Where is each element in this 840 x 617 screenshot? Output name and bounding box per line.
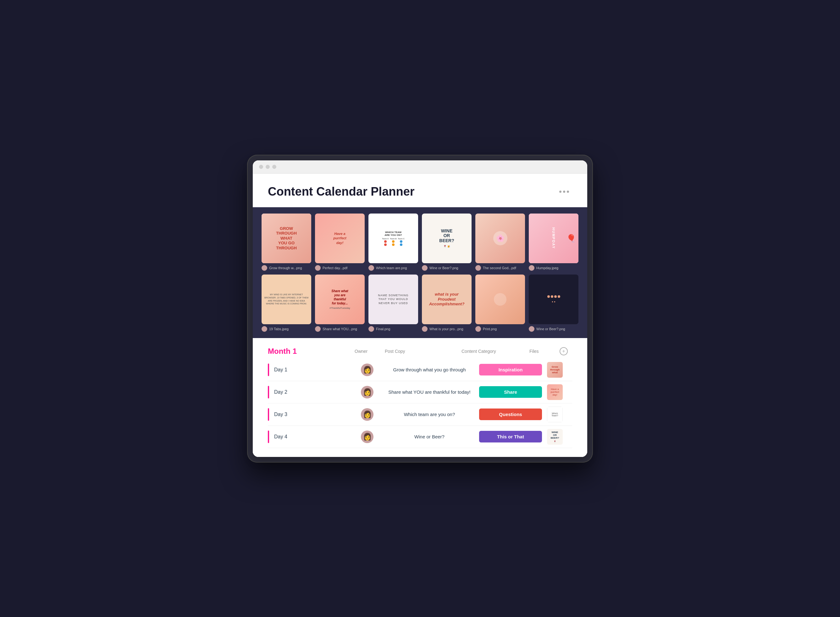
more-dot-3 — [567, 190, 569, 193]
day1-files-thumb[interactable]: Growthroughwhat — [547, 362, 563, 378]
gallery-label-7: 19 Tabs.jpeg — [262, 326, 311, 332]
add-column-button[interactable]: + — [560, 347, 568, 355]
gallery-label-1: Grow through w...png — [262, 265, 311, 271]
traffic-light-close[interactable] — [259, 165, 263, 169]
gallery-avatar-11 — [475, 326, 481, 332]
day4-cell: Day 4 — [268, 431, 349, 443]
gallery-item-7[interactable]: MY MIND IS LIKE MY INTERNET BROWSER. 19 … — [262, 275, 311, 332]
gallery-avatar-7 — [262, 326, 267, 332]
gallery-item-2[interactable]: Have apurrfectday! Perfect day...pdf — [315, 214, 365, 271]
table-row-day4: Day 4 👩 Wine or Beer? This or That WINEo… — [268, 426, 572, 448]
browser-content: Content Calendar Planner Growthroughwhat… — [253, 174, 587, 457]
day3-cell: Day 3 — [268, 408, 349, 421]
gallery-avatar-6 — [529, 265, 535, 271]
gallery-item-4[interactable]: WINEorBEER? 🍷🍺 Wine or Beer?.png — [422, 214, 472, 271]
gallery-thumb-4: WINEorBEER? 🍷🍺 — [422, 214, 472, 263]
gallery-filename-5: The second God...pdf — [483, 266, 516, 270]
table-header-row: Month 1 Owner Post Copy Content Category… — [268, 347, 572, 359]
day3-owner: 👩 — [355, 408, 380, 421]
gallery-filename-10: What is your pro...png — [429, 327, 463, 331]
gallery-filename-4: Wine or Beer?.png — [429, 266, 458, 270]
col-content-category: Content Category — [461, 349, 525, 354]
day2-files-thumb[interactable]: Have apurrfectday! — [547, 384, 563, 400]
gallery-label-4: Wine or Beer?.png — [422, 265, 472, 271]
gallery-filename-11: Print.png — [483, 327, 497, 331]
gallery-item-9[interactable]: NAME SOMETHINGTHAT YOU WOULDNEVER BUY US… — [368, 275, 418, 332]
gallery-thumb-7: MY MIND IS LIKE MY INTERNET BROWSER. 19 … — [262, 275, 311, 324]
col-post-copy: Post Copy — [385, 349, 457, 354]
gallery-thumb-9: NAME SOMETHINGTHAT YOU WOULDNEVER BUY US… — [368, 275, 418, 324]
day2-post-copy: Share what YOU are thankful for today! — [385, 389, 474, 395]
more-dot-2 — [563, 190, 565, 193]
gallery-item-6[interactable]: HUMPDAY 🎈 Humpday.jpeg — [529, 214, 578, 271]
gallery-thumb-10: what is yourProudestAccomplishment? — [422, 275, 472, 324]
device-frame: Content Calendar Planner Growthroughwhat… — [247, 155, 593, 463]
more-dot-1 — [559, 190, 561, 193]
table-row-day3: Day 3 👩 Which team are you on? Questions… — [268, 403, 572, 426]
gallery-label-5: The second God...pdf — [475, 265, 525, 271]
day4-avatar: 👩 — [361, 431, 373, 443]
gallery-filename-7: 19 Tabs.jpeg — [269, 327, 289, 331]
gallery-filename-12: Wine or Beer?.png — [536, 327, 565, 331]
gallery-avatar-5 — [475, 265, 481, 271]
col-owner: Owner — [355, 349, 380, 354]
gallery-thumb-3: WHICH TEAMARE YOU ON? Team A Team B — [368, 214, 418, 263]
day3-avatar: 👩 — [361, 408, 373, 421]
gallery-item-3[interactable]: WHICH TEAMARE YOU ON? Team A Team B — [368, 214, 418, 271]
gallery-item-5[interactable]: 🌸 The second God...pdf — [475, 214, 525, 271]
gallery-thumb-5: 🌸 — [475, 214, 525, 263]
day4-category-badge[interactable]: This or That — [479, 431, 542, 443]
titlebar — [253, 160, 587, 174]
day2-label: Day 2 — [274, 389, 287, 395]
col-files: Files — [529, 349, 554, 354]
day2-cell: Day 2 — [268, 386, 349, 399]
gallery-section: Growthroughwhatyou gothrough Grow throug… — [253, 207, 587, 338]
gallery-item-8[interactable]: Share whatyou arethankfulfor today... #T… — [315, 275, 365, 332]
gallery-label-3: Which team are.png — [368, 265, 418, 271]
gallery-avatar-12 — [529, 326, 535, 332]
table-section: Month 1 Owner Post Copy Content Category… — [253, 338, 587, 457]
day3-bar — [268, 408, 269, 421]
day4-files-thumb[interactable]: WINEorBEER? 🍷 — [547, 429, 563, 445]
day2-category-badge[interactable]: Share — [479, 386, 542, 398]
gallery-avatar-9 — [368, 326, 374, 332]
gallery-thumb-8: Share whatyou arethankfulfor today... #T… — [315, 275, 365, 324]
gallery-item-12[interactable]: ● ● Wine or Beer?.png — [529, 275, 578, 332]
more-menu-button[interactable] — [556, 189, 572, 195]
gallery-thumb-1: Growthroughwhatyou gothrough — [262, 214, 311, 263]
day2-owner: 👩 — [355, 386, 380, 399]
day3-files-thumb[interactable]: WhichTeam? — [547, 407, 563, 422]
gallery-filename-8: Share what YOU...png — [323, 327, 357, 331]
table-row-day1: Day 1 👩 Grow through what you go through… — [268, 359, 572, 381]
day1-cell: Day 1 — [268, 363, 349, 376]
day4-label: Day 4 — [274, 434, 287, 440]
day1-avatar: 👩 — [361, 363, 373, 376]
traffic-light-minimize[interactable] — [266, 165, 270, 169]
gallery-item-11[interactable]: Print.png — [475, 275, 525, 332]
gallery-label-6: Humpday.jpeg — [529, 265, 578, 271]
gallery-label-11: Print.png — [475, 326, 525, 332]
day4-owner: 👩 — [355, 431, 380, 443]
gallery-label-12: Wine or Beer?.png — [529, 326, 578, 332]
gallery-item-1[interactable]: Growthroughwhatyou gothrough Grow throug… — [262, 214, 311, 271]
gallery-label-9: Final.png — [368, 326, 418, 332]
gallery-avatar-3 — [368, 265, 374, 271]
day3-label: Day 3 — [274, 412, 287, 417]
browser-window: Content Calendar Planner Growthroughwhat… — [253, 160, 587, 457]
gallery-item-10[interactable]: what is yourProudestAccomplishment? What… — [422, 275, 472, 332]
gallery-label-10: What is your pro...png — [422, 326, 472, 332]
day1-bar — [268, 363, 269, 376]
gallery-label-8: Share what YOU...png — [315, 326, 365, 332]
day3-post-copy: Which team are you on? — [385, 412, 474, 417]
table-row-day2: Day 2 👩 Share what YOU are thankful for … — [268, 381, 572, 403]
gallery-thumb-6: HUMPDAY 🎈 — [529, 214, 578, 263]
day4-bar — [268, 431, 269, 443]
gallery-thumb-12: ● ● — [529, 275, 578, 324]
gallery-avatar-4 — [422, 265, 427, 271]
day1-category-badge[interactable]: Inspiration — [479, 364, 542, 375]
day3-category-badge[interactable]: Questions — [479, 409, 542, 420]
gallery-label-2: Perfect day...pdf — [315, 265, 365, 271]
month-label: Month 1 — [268, 347, 349, 356]
traffic-light-maximize[interactable] — [272, 165, 276, 169]
day2-avatar: 👩 — [361, 386, 373, 399]
